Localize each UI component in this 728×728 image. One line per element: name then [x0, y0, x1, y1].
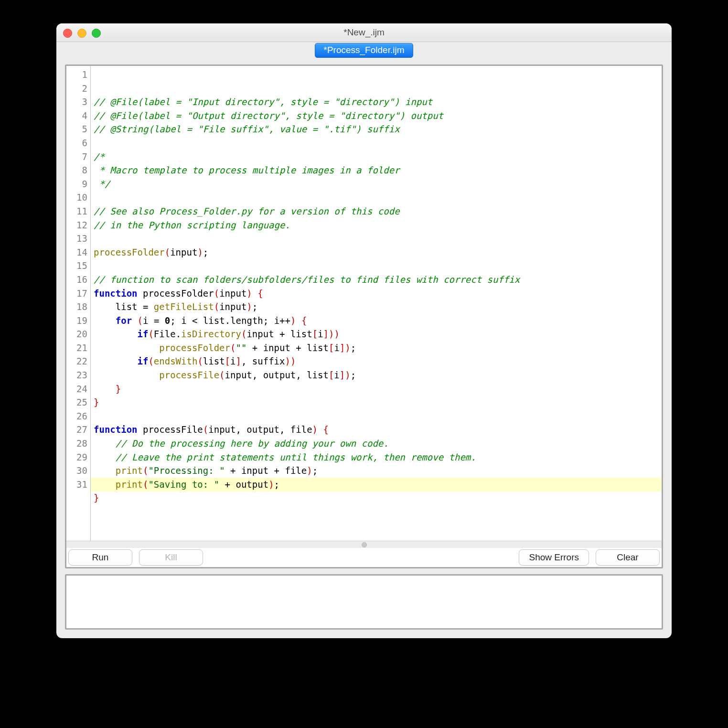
line-number: 13 [71, 232, 87, 246]
run-button[interactable]: Run [68, 549, 132, 566]
code-line[interactable]: print("Processing: " + input + file); [94, 464, 660, 478]
code-line[interactable]: function processFile(input, output, file… [94, 423, 660, 437]
code-line[interactable]: // @File(label = "Output directory", sty… [94, 109, 660, 123]
line-number: 17 [71, 287, 87, 300]
line-number: 3 [71, 95, 87, 109]
code-line[interactable] [94, 232, 660, 246]
line-number: 25 [71, 396, 87, 409]
line-number: 7 [71, 150, 87, 164]
line-number-gutter: 1234567891011121314151617181920212223242… [66, 66, 91, 541]
line-number: 16 [71, 273, 87, 287]
editor-toolbar: Run Kill Show Errors Clear [66, 548, 662, 567]
code-line[interactable]: if(File.isDirectory(input + list[i])) [94, 327, 660, 341]
clear-button[interactable]: Clear [596, 549, 660, 566]
line-number: 20 [71, 327, 87, 341]
code-line[interactable]: // Leave the print statements until thin… [94, 450, 660, 464]
editor-window: *New_.ijm *Process_Folder.ijm 1234567891… [56, 23, 672, 638]
code-line[interactable]: function processFolder(input) { [94, 287, 660, 300]
code-line[interactable]: */ [94, 177, 660, 191]
editor-frame: 1234567891011121314151617181920212223242… [65, 64, 663, 568]
code-line[interactable]: } [94, 396, 660, 409]
line-number: 21 [71, 341, 87, 355]
code-line[interactable]: processFile(input, output, list[i]); [94, 368, 660, 382]
code-line[interactable]: print("Saving to: " + output); [94, 478, 660, 492]
line-number: 27 [71, 423, 87, 437]
line-number: 30 [71, 464, 87, 478]
code-line[interactable]: if(endsWith(list[i], suffix)) [94, 354, 660, 368]
line-number: 12 [71, 218, 87, 232]
line-number: 5 [71, 122, 87, 136]
line-number: 26 [71, 409, 87, 423]
code-line[interactable]: } [94, 382, 660, 396]
line-number: 18 [71, 300, 87, 314]
code-line[interactable]: processFolder("" + input + list[i]); [94, 341, 660, 355]
code-line[interactable] [94, 505, 660, 519]
code-line[interactable]: // function to scan folders/subfolders/f… [94, 273, 660, 287]
tab-process-folder[interactable]: *Process_Folder.ijm [315, 43, 414, 58]
code-line[interactable]: processFolder(input); [94, 246, 660, 259]
line-number: 10 [71, 191, 87, 204]
code-line[interactable]: for (i = 0; i < list.length; i++) { [94, 314, 660, 328]
titlebar: *New_.ijm [56, 23, 672, 42]
zoom-icon[interactable] [92, 29, 101, 38]
line-number: 14 [71, 246, 87, 259]
line-number: 4 [71, 109, 87, 123]
line-number: 1 [71, 68, 87, 82]
line-number: 15 [71, 259, 87, 273]
code-line[interactable]: } [94, 491, 660, 505]
line-number: 23 [71, 368, 87, 382]
splitter-handle[interactable] [66, 541, 662, 548]
line-number: 2 [71, 82, 87, 96]
close-icon[interactable] [63, 29, 72, 38]
show-errors-button[interactable]: Show Errors [519, 549, 589, 566]
code-editor[interactable]: 1234567891011121314151617181920212223242… [66, 66, 662, 541]
output-console[interactable] [65, 574, 663, 630]
line-number: 22 [71, 354, 87, 368]
line-number: 24 [71, 382, 87, 396]
code-line[interactable] [94, 191, 660, 204]
line-number: 19 [71, 314, 87, 328]
grip-icon [362, 542, 367, 547]
code-line[interactable]: * Macro template to process multiple ima… [94, 163, 660, 177]
line-number: 11 [71, 204, 87, 218]
code-line[interactable]: // See also Process_Folder.py for a vers… [94, 204, 660, 218]
code-line[interactable] [94, 259, 660, 273]
line-number: 31 [71, 478, 87, 492]
line-number: 9 [71, 177, 87, 191]
window-title: *New_.ijm [56, 27, 672, 38]
code-line[interactable]: // in the Python scripting language. [94, 218, 660, 232]
minimize-icon[interactable] [77, 29, 86, 38]
line-number: 8 [71, 163, 87, 177]
line-number: 29 [71, 450, 87, 464]
code-line[interactable] [94, 409, 660, 423]
line-number: 28 [71, 437, 87, 450]
code-line[interactable]: // @File(label = "Input directory", styl… [94, 95, 660, 109]
code-line[interactable]: // @String(label = "File suffix", value … [94, 122, 660, 136]
code-line[interactable]: // Do the processing here by adding your… [94, 437, 660, 450]
code-line[interactable] [94, 136, 660, 150]
code-line[interactable]: list = getFileList(input); [94, 300, 660, 314]
code-line[interactable]: /* [94, 150, 660, 164]
tab-bar: *Process_Folder.ijm [56, 42, 672, 59]
line-number: 6 [71, 136, 87, 150]
window-controls [63, 29, 101, 38]
kill-button[interactable]: Kill [139, 549, 203, 566]
code-content[interactable]: // @File(label = "Input directory", styl… [91, 66, 662, 541]
